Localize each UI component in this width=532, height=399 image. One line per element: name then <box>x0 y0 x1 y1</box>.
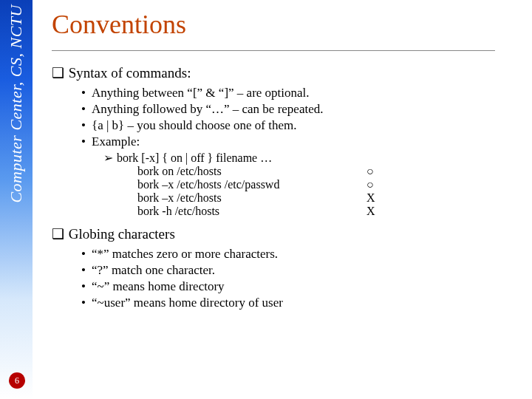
section-syntax: ❑ Syntax of commands: •Anything between … <box>52 64 532 218</box>
triangle-icon: ➢ <box>103 151 117 165</box>
example-mark: ○ <box>366 178 396 191</box>
example-cmd: bork on /etc/hosts <box>137 165 366 178</box>
checkbox-icon: ❑ <box>52 225 65 242</box>
bullet-text: “*” matches zero or more characters. <box>92 247 278 261</box>
list-item: •Anything between “[” & “]” – are option… <box>81 86 532 100</box>
example-mark: ○ <box>366 165 396 178</box>
sidebar-label: Computer Center, CS, NCTU <box>7 4 26 203</box>
section-heading: ❑ Syntax of commands: <box>52 64 532 81</box>
section-globing: ❑ Globing characters •“*” matches zero o… <box>52 225 532 310</box>
list-item: •“~user” means home directory of user <box>81 296 532 310</box>
example-row: bork on /etc/hosts○ <box>137 165 532 178</box>
list-item: •“?” match one character. <box>81 263 532 278</box>
example-template: ➢bork [-x] { on | off } filename … <box>103 151 532 165</box>
list-item: •“~” means home directory <box>81 279 532 294</box>
bullet-text: Anything followed by “…” – can be repeat… <box>92 102 323 116</box>
bullet-text: Anything between “[” & “]” – are optiona… <box>92 86 310 100</box>
example-row: bork –x /etc/hosts /etc/passwd○ <box>137 178 532 191</box>
sidebar-gradient: Computer Center, CS, NCTU <box>0 0 33 399</box>
example-cmd: bork –x /etc/hosts <box>137 191 366 205</box>
example-mark: X <box>366 205 396 218</box>
bullet-icon: • <box>81 118 92 133</box>
bullet-icon: • <box>81 134 92 149</box>
bullet-text: “~” means home directory <box>92 279 225 293</box>
example-cmd: bork -h /etc/hosts <box>137 205 366 218</box>
example-rows: bork on /etc/hosts○ bork –x /etc/hosts /… <box>137 165 532 218</box>
example-syntax: bork [-x] { on | off } filename … <box>117 151 272 164</box>
bullet-icon: • <box>81 86 92 100</box>
bullet-icon: • <box>81 102 92 117</box>
bullet-icon: • <box>81 263 92 278</box>
section-heading: ❑ Globing characters <box>52 225 532 242</box>
heading-text: Globing characters <box>69 226 175 242</box>
example-row: bork -h /etc/hostsX <box>137 205 532 218</box>
bullet-list: •“*” matches zero or more characters. •“… <box>81 247 532 310</box>
bullet-list: •Anything between “[” & “]” – are option… <box>81 86 532 149</box>
slide: Computer Center, CS, NCTU 6 Conventions … <box>0 0 532 399</box>
bullet-text: “~user” means home directory of user <box>92 296 283 310</box>
bullet-icon: • <box>81 247 92 262</box>
bullet-icon: • <box>81 279 92 294</box>
page-title: Conventions <box>46 0 532 46</box>
list-item: •“*” matches zero or more characters. <box>81 247 532 262</box>
list-item: •Anything followed by “…” – can be repea… <box>81 102 532 117</box>
example-row: bork –x /etc/hostsX <box>137 191 532 205</box>
bullet-icon: • <box>81 296 92 310</box>
bullet-text: Example: <box>92 134 140 149</box>
heading-text: Syntax of commands: <box>69 65 191 81</box>
example-mark: X <box>366 191 396 205</box>
bullet-text: “?” match one character. <box>92 263 215 277</box>
bullet-text: {a | b} – you should choose one of them. <box>92 118 297 132</box>
page-number-badge: 6 <box>9 372 25 389</box>
example-cmd: bork –x /etc/hosts /etc/passwd <box>137 178 366 191</box>
list-item: •Example: <box>81 134 532 149</box>
title-rule <box>52 50 495 51</box>
list-item: •{a | b} – you should choose one of them… <box>81 118 532 133</box>
page-number: 6 <box>15 375 19 386</box>
content-area: Conventions ❑ Syntax of commands: •Anyth… <box>46 0 532 399</box>
checkbox-icon: ❑ <box>52 64 65 81</box>
